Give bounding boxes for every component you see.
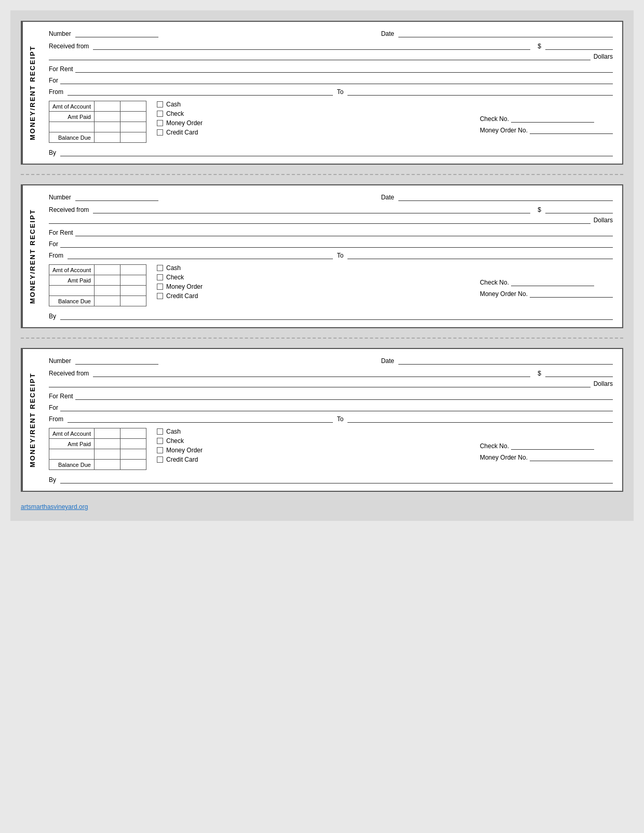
check-no-section-3: Check No. Money Order No. [480,428,613,470]
amt-paid-label-1: Amt Paid [49,112,95,122]
amt-account-val2-2[interactable] [120,265,146,275]
amt-paid-val2-2[interactable] [120,275,146,286]
empty-val1-1[interactable] [94,122,120,132]
number-input-2[interactable] [75,193,158,201]
cash-label-3: Cash [166,428,181,435]
empty-val2-1[interactable] [120,122,146,132]
by-input-1[interactable] [60,148,613,156]
credit-card-checkbox-2[interactable] [157,293,163,299]
check-no-section-1: Check No. Money Order No. [480,101,613,143]
number-input-3[interactable] [75,356,158,365]
balance-due-val1-1[interactable] [94,132,120,143]
money-order-checkbox-1[interactable] [157,120,163,126]
money-order-no-input-3[interactable] [530,453,613,461]
from-input-2[interactable] [68,251,333,259]
money-order-row-1: Money Order [157,119,469,127]
received-from-row-2: Received from $ [49,205,613,213]
amt-paid-val1-3[interactable] [94,439,120,449]
amt-account-val2-3[interactable] [120,428,146,439]
amt-account-val2-1[interactable] [120,101,146,112]
money-order-no-line-3: Money Order No. [480,453,613,461]
from-input-3[interactable] [68,414,333,423]
empty-val1-3[interactable] [94,449,120,460]
date-input-1[interactable] [398,29,613,37]
for-rent-label-3: For Rent [49,393,73,400]
received-from-input-2[interactable] [93,205,530,213]
dollars-input-1[interactable] [49,52,591,60]
dollars-input-3[interactable] [49,379,591,387]
cash-checkbox-2[interactable] [157,265,163,271]
received-from-label-3: Received from [49,370,89,377]
money-order-row-2: Money Order [157,283,469,290]
for-rent-input-3[interactable] [75,392,613,400]
empty-val2-3[interactable] [120,449,146,460]
amt-account-val1-1[interactable] [94,101,120,112]
money-order-label-1: Money Order [166,119,203,127]
check-no-input-1[interactable] [511,114,594,123]
by-label-1: By [49,149,56,156]
check-label-2: Check [166,274,184,281]
sidebar-1: MONEY/RENT RECEIPT [22,22,42,164]
check-row-3: Check [157,437,469,445]
to-label-1: To [337,88,344,96]
empty-val2-2[interactable] [120,286,146,296]
to-input-3[interactable] [347,414,613,423]
balance-due-val2-1[interactable] [120,132,146,143]
empty-val1-2[interactable] [94,286,120,296]
for-input-2[interactable] [60,239,613,248]
balance-due-val1-3[interactable] [94,460,120,470]
money-order-no-input-2[interactable] [530,289,613,298]
payment-options-3: Cash Check Money Order Credit Card [157,428,469,470]
for-input-3[interactable] [60,403,613,411]
dollars-input-2[interactable] [49,216,591,224]
check-no-input-2[interactable] [511,278,594,286]
by-input-2[interactable] [60,312,613,320]
received-from-input-1[interactable] [93,42,530,50]
cash-checkbox-3[interactable] [157,428,163,435]
dollars-row-3: Dollars [49,379,613,387]
amt-paid-val2-3[interactable] [120,439,146,449]
for-input-1[interactable] [60,76,613,84]
by-label-3: By [49,476,56,483]
amt-account-val1-3[interactable] [94,428,120,439]
amt-paid-val2-1[interactable] [120,112,146,122]
for-row-1: For [49,76,613,84]
cash-checkbox-1[interactable] [157,101,163,108]
received-from-label-1: Received from [49,43,89,50]
amt-paid-val1-1[interactable] [94,112,120,122]
from-to-row-2: From To [49,251,613,259]
for-rent-input-1[interactable] [75,64,613,73]
amount-input-3[interactable] [545,369,613,377]
amount-input-1[interactable] [545,42,613,50]
check-no-input-3[interactable] [511,441,594,450]
amt-account-val1-2[interactable] [94,265,120,275]
money-order-label-3: Money Order [166,447,203,454]
for-rent-input-2[interactable] [75,228,613,236]
credit-card-checkbox-1[interactable] [157,129,163,136]
date-input-3[interactable] [398,356,613,365]
to-input-2[interactable] [347,251,613,259]
balance-due-val2-3[interactable] [120,460,146,470]
balance-due-val1-2[interactable] [94,296,120,306]
check-checkbox-1[interactable] [157,111,163,117]
divider-1 [21,174,623,175]
balance-due-val2-2[interactable] [120,296,146,306]
number-input-1[interactable] [75,29,158,37]
money-order-no-input-1[interactable] [530,126,613,134]
check-checkbox-2[interactable] [157,274,163,280]
by-input-3[interactable] [60,475,613,483]
amount-input-2[interactable] [545,205,613,213]
check-checkbox-3[interactable] [157,438,163,444]
amt-paid-row-1: Amt Paid [49,112,146,122]
to-input-1[interactable] [347,87,613,96]
date-input-2[interactable] [398,193,613,201]
money-order-checkbox-3[interactable] [157,447,163,453]
amt-paid-val1-2[interactable] [94,275,120,286]
money-order-checkbox-2[interactable] [157,284,163,290]
number-date-row-1: Number Date [49,29,613,37]
credit-card-checkbox-3[interactable] [157,456,163,463]
cash-row-3: Cash [157,428,469,435]
received-from-input-3[interactable] [93,369,530,377]
from-input-1[interactable] [68,87,333,96]
by-row-1: By [49,148,613,156]
